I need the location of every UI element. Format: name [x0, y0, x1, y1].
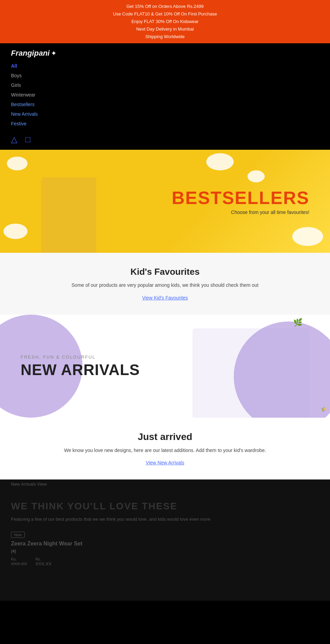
kids-fav-description: Some of our products are very popular am…: [34, 281, 296, 289]
kids-favourites-section: Kid's Favourites Some of our products ar…: [0, 253, 330, 314]
bestsellers-subtitle: Choose from your all time favourites!: [172, 210, 310, 215]
leaf-decoration-bottom: 🌾: [321, 407, 327, 412]
product-badge: New: [11, 532, 25, 538]
nav-item-festive[interactable]: Festive: [11, 121, 319, 126]
new-arrivals-view-label: New Arrivals View: [11, 482, 47, 487]
children-figure: [41, 177, 96, 253]
nav-item-winterwear[interactable]: Winterwear: [11, 92, 319, 98]
new-arrivals-subtitle: FRESH, FUN & COLOURFUL: [21, 354, 167, 360]
we-think-section: WE THINK YOU'LL LOVE THESE Featuring a f…: [0, 487, 330, 580]
banner-line3: Enjoy FLAT 30% Off On Kidswear: [6, 18, 324, 25]
logo-icon: ✦: [51, 49, 57, 57]
nav-item-boys[interactable]: Boys: [11, 73, 319, 78]
nav-item-all[interactable]: All: [11, 63, 319, 69]
cart-icon[interactable]: □: [25, 135, 31, 144]
logo-text: Frangipani: [11, 49, 50, 58]
sale-price-value: XXX.XX: [35, 561, 52, 566]
nav-item-girls[interactable]: Girls: [11, 82, 319, 88]
we-think-title: WE THINK YOU'LL LOVE THESE: [11, 501, 319, 512]
nav-icons: △ □: [11, 135, 319, 144]
nav-items: All Boys Girls Winterwear Bestsellers Ne…: [11, 63, 319, 126]
product-name: Zeera Zeera Night Wear Set: [11, 541, 319, 547]
just-arrived-section: Just arrived We know you love new design…: [0, 418, 330, 479]
hero-bestsellers: BESTSELLERS Choose from your all time fa…: [0, 150, 330, 253]
sale-price-label: Rs.: [35, 557, 52, 561]
navigation: Frangipani ✦ All Boys Girls Winterwear B…: [0, 43, 330, 150]
kids-fav-link[interactable]: View Kid's Favourites: [142, 295, 188, 301]
view-new-arrivals-link[interactable]: View New Arrivals: [146, 460, 184, 465]
banner-line4: Next Day Delivery in Mumbai: [6, 25, 324, 33]
bestsellers-content: BESTSELLERS Choose from your all time fa…: [172, 188, 310, 215]
banner-line5: Shipping Worldwide: [6, 33, 324, 41]
sale-price-block: Rs. XXX.XX: [35, 557, 52, 566]
logo: Frangipani ✦: [11, 49, 319, 58]
new-arrivals-title: NEW ARRIVALS: [21, 362, 167, 377]
new-arrivals-children: [192, 328, 309, 418]
account-icon[interactable]: △: [11, 135, 17, 144]
top-banner: Get 15% Off on Orders Above Rs.2499 Use …: [0, 0, 330, 43]
original-price-label: Rs.: [11, 557, 27, 561]
nav-item-bestsellers[interactable]: Bestsellers: [11, 102, 319, 107]
nav-item-new-arrivals[interactable]: New Arrivals: [11, 111, 319, 117]
hero-new-arrivals: FRESH, FUN & COLOURFUL NEW ARRIVALS 🌿 🌾: [0, 315, 330, 418]
kids-fav-title: Kid's Favourites: [34, 267, 296, 277]
product-prices: Rs. XXX.XX Rs. XXX.XX: [11, 557, 319, 566]
product-card: New Zeera Zeera Night Wear Set (4) Rs. X…: [11, 531, 319, 573]
just-arrived-description: We know you love new designs, here are o…: [34, 447, 296, 454]
new-arrivals-left: FRESH, FUN & COLOURFUL NEW ARRIVALS: [0, 315, 184, 418]
original-price-block: Rs. XXX.XX: [11, 557, 27, 566]
new-arrivals-view-label-section: New Arrivals View: [0, 479, 330, 487]
we-think-description: Featuring a few of our best products tha…: [11, 516, 319, 523]
bottom-spacer: [0, 580, 330, 601]
just-arrived-title: Just arrived: [34, 431, 296, 442]
original-price-value: XXX.XX: [11, 561, 27, 566]
banner-line2: Use Code FLAT10 & Get 10% Off On First P…: [6, 10, 324, 18]
bestsellers-title: BESTSELLERS: [172, 188, 310, 208]
product-rating: (4): [11, 549, 319, 554]
new-arrivals-right: 🌾: [184, 315, 330, 418]
banner-line1: Get 15% Off on Orders Above Rs.2499: [6, 3, 324, 10]
leaf-decoration-top: 🌿: [293, 318, 302, 327]
